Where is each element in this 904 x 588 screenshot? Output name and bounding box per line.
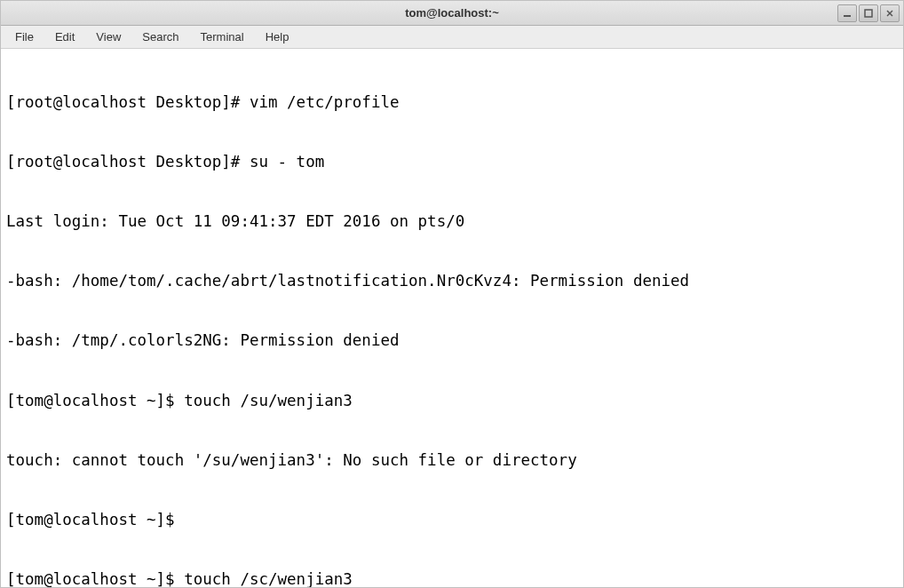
terminal-line: [tom@localhost ~]$ touch /su/wenjian3 [6, 391, 898, 410]
svg-rect-1 [865, 10, 872, 17]
maximize-button[interactable] [859, 4, 878, 22]
menu-help[interactable]: Help [257, 28, 298, 46]
menu-terminal[interactable]: Terminal [192, 28, 253, 46]
menu-search[interactable]: Search [133, 28, 187, 46]
window-title: tom@localhost:~ [405, 6, 499, 20]
terminal-line: [root@localhost Desktop]# su - tom [6, 152, 898, 171]
terminal-line: [tom@localhost ~]$ [6, 510, 898, 529]
terminal-content[interactable]: [root@localhost Desktop]# vim /etc/profi… [1, 49, 903, 587]
close-icon [885, 9, 894, 18]
minimize-icon [843, 9, 852, 18]
menu-view[interactable]: View [87, 28, 130, 46]
close-button[interactable] [880, 4, 900, 22]
menu-file[interactable]: File [6, 28, 43, 46]
maximize-icon [864, 9, 873, 18]
terminal-line: [tom@localhost ~]$ touch /sc/wenjian3 [6, 569, 898, 587]
menu-edit[interactable]: Edit [46, 28, 83, 46]
terminal-line: [root@localhost Desktop]# vim /etc/profi… [6, 92, 898, 112]
terminal-line: touch: cannot touch '/su/wenjian3': No s… [6, 450, 898, 470]
titlebar[interactable]: tom@localhost:~ [1, 1, 903, 26]
minimize-button[interactable] [837, 4, 857, 22]
terminal-line: Last login: Tue Oct 11 09:41:37 EDT 2016… [6, 211, 898, 231]
menubar: File Edit View Search Terminal Help [1, 26, 903, 49]
terminal-line: -bash: /home/tom/.cache/abrt/lastnotific… [6, 271, 898, 290]
terminal-line: -bash: /tmp/.colorls2NG: Permission deni… [6, 330, 898, 350]
window-controls [837, 4, 900, 22]
terminal-window: tom@localhost:~ File Edit View Search Te… [0, 0, 904, 588]
